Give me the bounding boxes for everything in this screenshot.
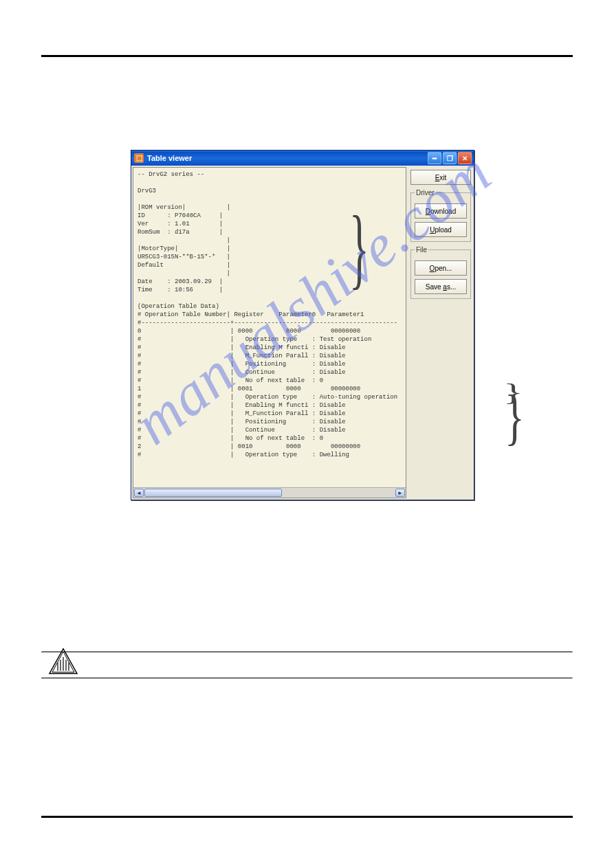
titlebar[interactable]: ⬚ Table viewer ━ ❐ ✕ bbox=[131, 151, 474, 166]
caution-triangle-icon bbox=[48, 647, 78, 675]
brace-icon: } bbox=[505, 382, 525, 454]
table-viewer-window: ⬚ Table viewer ━ ❐ ✕ -- DrvG2 series -- … bbox=[131, 150, 474, 500]
driver-group: Driver Download Upload bbox=[410, 189, 471, 242]
scroll-right-icon[interactable]: ► bbox=[395, 489, 405, 497]
horizontal-scrollbar[interactable]: ◄ ► bbox=[133, 487, 406, 498]
output-text[interactable]: -- DrvG2 series -- DrvG3 |ROM version| |… bbox=[133, 168, 406, 487]
upload-button[interactable]: Upload bbox=[415, 222, 467, 237]
divider-line bbox=[41, 652, 573, 653]
exit-button[interactable]: Exit bbox=[410, 170, 471, 185]
scroll-left-icon[interactable]: ◄ bbox=[134, 489, 144, 497]
scroll-thumb[interactable] bbox=[144, 489, 282, 497]
download-button[interactable]: Download bbox=[415, 203, 467, 219]
window-title: Table viewer bbox=[147, 154, 192, 162]
brace-icon: } bbox=[503, 379, 523, 407]
driver-legend: Driver bbox=[415, 189, 436, 197]
close-button[interactable]: ✕ bbox=[458, 152, 472, 164]
exit-label: xit bbox=[439, 174, 446, 181]
side-panel: Exit Driver Download Upload File Open...… bbox=[409, 167, 472, 498]
divider-line bbox=[41, 678, 573, 679]
file-group: File Open... Save as... bbox=[410, 246, 471, 299]
open-button[interactable]: Open... bbox=[415, 260, 467, 276]
maximize-button[interactable]: ❐ bbox=[443, 152, 457, 164]
text-area-frame: -- DrvG2 series -- DrvG3 |ROM version| |… bbox=[133, 167, 406, 498]
minimize-button[interactable]: ━ bbox=[428, 152, 441, 164]
saveas-button[interactable]: Save as... bbox=[415, 279, 467, 294]
file-legend: File bbox=[415, 246, 428, 254]
app-icon: ⬚ bbox=[134, 153, 144, 163]
